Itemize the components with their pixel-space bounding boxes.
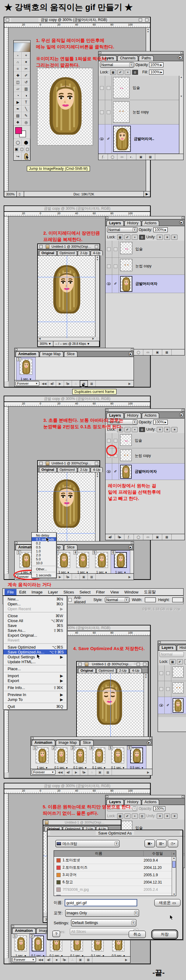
animation-frame[interactable]: 30.1 sec. ▾ [71, 746, 89, 770]
unify-style-icon[interactable]: ✳ [172, 235, 178, 240]
tool-notes-icon[interactable]: ▤ [14, 112, 22, 119]
menu-item-import[interactable]: Import▶ [3, 673, 67, 678]
tool-dodge-icon[interactable]: ◑ [22, 92, 30, 99]
delete-layer-icon[interactable]: ▦ [162, 534, 172, 540]
menu-help[interactable]: 도움말 [141, 588, 159, 596]
tool-zoom-icon[interactable]: ◎ [22, 119, 30, 126]
tab-layers[interactable]: Layers [106, 220, 124, 226]
delete-frame-button[interactable]: ▦ [88, 574, 96, 580]
blend-mode-select[interactable]: Normal⇕ [107, 227, 138, 232]
vertical-scrollbar[interactable]: ▲▼ [144, 673, 148, 737]
menu-view[interactable]: View [107, 589, 122, 595]
animation-frame[interactable]: 40.1 sec. ▾ [89, 746, 108, 770]
blend-mode-select[interactable]: Normal [159, 652, 184, 657]
tab-slice[interactable]: Slice [64, 544, 77, 550]
opacity-value[interactable]: 100%▶ [153, 420, 168, 425]
scroll-right-icon[interactable]: ▶ [122, 956, 130, 963]
menu-item-0.1-seconds[interactable]: 0.1 seconds [32, 537, 56, 541]
menu-item-export[interactable]: Export▶ [3, 678, 67, 683]
menu-item-open-recent[interactable]: Open Recent▶ [3, 606, 67, 611]
tab-original[interactable]: Original [39, 250, 57, 255]
menu-layer[interactable]: Layer [45, 589, 61, 595]
layer-group-icon[interactable]: ▭ [143, 534, 153, 540]
tool-crop-icon[interactable]: ⌗ [14, 65, 22, 72]
style-select[interactable]: Normal⇕ [105, 597, 129, 603]
lock-pixels-icon[interactable]: ✐ [124, 235, 130, 240]
animation-frame[interactable]: 41 sec. ▾ [73, 550, 92, 574]
tab-animation[interactable]: Animation [16, 351, 39, 357]
lock-all-icon[interactable]: ◘ [132, 70, 138, 75]
document-canvas[interactable] [38, 256, 95, 338]
tab-actions[interactable]: Actions [142, 413, 159, 418]
next-frame-button[interactable]: ‖▶ [80, 769, 88, 775]
file-row[interactable]: 1.토마토넷2003.9.4 [54, 857, 172, 864]
layer-row-girl-selected[interactable]: ✐ 금발머리여자 [106, 463, 184, 480]
menu-item-preview-in[interactable]: Preview In▶ [3, 692, 67, 697]
menu-item-save[interactable]: Save⌘S [3, 623, 67, 628]
animation-frame[interactable]: 11 sec. ▾ [33, 746, 51, 770]
tool-eraser-icon[interactable]: ▱ [14, 86, 22, 92]
height-field[interactable] [172, 597, 183, 602]
layer-row-brow[interactable]: 눈썹 copy [106, 448, 184, 463]
zoom-box-icon[interactable] [95, 245, 98, 248]
tool-healing-brush-icon[interactable]: ✚ [14, 72, 22, 79]
lock-transparency-icon[interactable]: ▦ [117, 235, 123, 240]
slices-select[interactable]: All Slices⇕ [70, 928, 138, 935]
window-titlebar[interactable]: 금발 copy @ 300% (금발머리여자, RGB) [4, 18, 150, 23]
tool-lasso-icon[interactable]: ∩ [14, 59, 22, 65]
visibility-checkbox[interactable] [100, 110, 104, 114]
layer-row-brow[interactable] [158, 681, 186, 697]
new-folder-button[interactable]: 새로운▭ [154, 899, 181, 906]
palette-menu-icon[interactable]: ▶ [147, 740, 151, 745]
tool-line-icon[interactable]: ╲ [22, 106, 30, 112]
play-button[interactable]: ▶ [72, 769, 80, 775]
fill-value[interactable]: 100%▶ [149, 70, 164, 75]
file-row[interactable]: 6.창고2004.12.31 [54, 879, 172, 886]
link-checkbox[interactable] [107, 110, 111, 114]
width-field[interactable] [145, 597, 156, 602]
lock-position-icon[interactable]: ＋ [125, 70, 131, 75]
sort-icon[interactable]: ≡ [172, 852, 176, 855]
anti-aliased-checkbox[interactable] [68, 598, 72, 602]
layer-mask-icon[interactable]: ◯ [134, 349, 143, 355]
dialog-titlebar[interactable]: Save Optimized As [48, 830, 182, 836]
layer-row-girl-selected[interactable]: ✐ 금발머리여.. [98, 124, 183, 154]
lock-position-icon[interactable]: ＋ [132, 235, 138, 240]
layers-scrollbar[interactable]: ▲▼ [179, 76, 183, 154]
layer-style-icon[interactable]: ƒ. [98, 154, 108, 160]
tool-move-icon[interactable]: + [22, 52, 30, 59]
palette-menu-icon[interactable]: ▶ [128, 545, 133, 549]
save-button[interactable]: 저장 [152, 931, 177, 938]
file-row-partial[interactable] [54, 893, 172, 896]
screen-mode-menu-icon[interactable]: ▢ [25, 146, 30, 153]
close-box-icon[interactable] [39, 245, 43, 248]
menu-item-place[interactable]: Place... [3, 666, 67, 671]
collapse-box-icon[interactable] [145, 18, 149, 22]
window-titlebar[interactable]: 금발 copy @ 300% (금발머리여자, RGB) [4, 206, 150, 212]
menu-item-jump-to[interactable]: Jump To▶ [3, 697, 67, 702]
previous-frame-button[interactable]: ◀‖ [45, 956, 53, 963]
menu-item-other[interactable]: Other... [32, 567, 56, 571]
play-button[interactable]: ▶ [56, 574, 64, 580]
recent-button[interactable]: ◷▾ [168, 840, 178, 847]
opacity-value[interactable]: 100%▶ [153, 228, 168, 232]
lock-pixels-icon[interactable]: ✐ [117, 70, 123, 75]
cancel-button[interactable]: 취소 [129, 931, 146, 938]
layer-row-brow[interactable]: 눈썹 copy [98, 100, 183, 124]
animation-frame[interactable]: 50.1 sec. ▾ [108, 746, 127, 770]
tool-type-icon[interactable]: T [22, 99, 30, 106]
layer-group-icon[interactable]: ▭ [143, 349, 153, 355]
tab-layers[interactable]: Layers [159, 645, 176, 651]
tween-button[interactable]: ∴ [72, 380, 80, 387]
vertical-scrollbar[interactable]: ▲▼ [95, 256, 99, 337]
tool-magic-wand-icon[interactable]: ✶ [22, 59, 30, 65]
zoom-box-icon[interactable] [139, 18, 142, 22]
menu-filter[interactable]: Filter [93, 589, 107, 595]
tool-brush-icon[interactable]: ✐ [22, 72, 30, 79]
menu-item-no-delay[interactable]: No delay [32, 533, 56, 537]
tool-path-select-icon[interactable]: ▶ [14, 99, 22, 106]
layer-style-icon[interactable]: ƒ. [124, 534, 134, 540]
scroll-right-icon[interactable]: ▶ [126, 574, 133, 580]
menu-item-10.0[interactable]: 10.0 [32, 561, 56, 565]
layer-row-lips[interactable]: 입술 [98, 76, 183, 100]
